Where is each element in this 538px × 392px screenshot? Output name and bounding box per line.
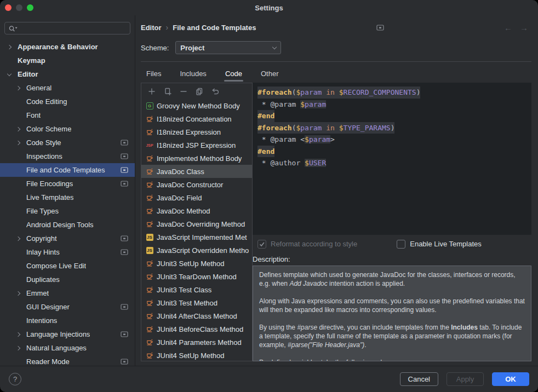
- sidebar-item-editor[interactable]: Editor: [0, 67, 135, 81]
- scheme-select[interactable]: Project: [175, 41, 281, 54]
- sidebar-item-gui-designer[interactable]: GUI Designer: [0, 300, 135, 314]
- sidebar-item-label: Color Scheme: [26, 125, 71, 133]
- sidebar-item-emmet[interactable]: Emmet: [0, 286, 135, 300]
- sidebar-item-copyright[interactable]: Copyright: [0, 232, 135, 245]
- create-child-template-icon[interactable]: [163, 87, 172, 96]
- chevron-down-icon[interactable]: [7, 71, 12, 76]
- sidebar-item-label: Inlay Hints: [26, 248, 60, 256]
- sidebar-item-file-encodings[interactable]: File Encodings: [0, 177, 135, 191]
- sidebar-item-label: Natural Languages: [26, 344, 87, 352]
- sidebar-item-label: Editor: [18, 70, 38, 78]
- code-line: * @param <$param>: [257, 134, 531, 146]
- template-item-junit3-setup-method[interactable]: JUnit3 SetUp Method: [141, 257, 252, 270]
- template-item-javadoc-method[interactable]: JavaDoc Method: [141, 204, 252, 217]
- java-class-icon: [146, 154, 153, 162]
- sidebar-item-label: Inspections: [26, 152, 62, 160]
- sidebar-item-reader-mode[interactable]: Reader Mode: [0, 355, 135, 366]
- template-item-junit4-setup-method[interactable]: JUnit4 SetUp Method: [141, 349, 252, 361]
- monitor-icon: [121, 235, 128, 241]
- template-item-i18nized-expression[interactable]: I18nized Expression: [141, 125, 252, 139]
- sidebar-item-android-design-tools[interactable]: Android Design Tools: [0, 218, 135, 232]
- sidebar-item-natural-languages[interactable]: Natural Languages: [0, 341, 135, 355]
- copy-template-icon[interactable]: [195, 87, 204, 96]
- sidebar-item-color-scheme[interactable]: Color Scheme: [0, 122, 135, 136]
- tab-includes[interactable]: Includes: [179, 66, 207, 83]
- template-item-junit3-teardown-method[interactable]: JUnit3 TearDown Method: [141, 270, 252, 283]
- sidebar-item-general[interactable]: General: [0, 81, 135, 95]
- sidebar-item-inspections[interactable]: Inspections: [0, 149, 135, 163]
- back-icon[interactable]: ←: [504, 23, 512, 32]
- template-item-label: JUnit4 Parameters Method: [157, 338, 242, 347]
- cancel-button[interactable]: Cancel: [400, 372, 438, 386]
- add-template-icon[interactable]: [147, 87, 156, 96]
- template-item-junit4-afterclass-method[interactable]: JUnit4 AfterClass Method: [141, 309, 252, 322]
- search-field[interactable]: [4, 22, 130, 34]
- template-item-i18nized-concatenation[interactable]: I18nized Concatenation: [141, 112, 252, 125]
- checkbox-unchecked-icon: [397, 240, 405, 249]
- template-item-javadoc-class[interactable]: JavaDoc Class: [141, 165, 252, 178]
- sidebar-item-intentions[interactable]: Intentions: [0, 314, 135, 327]
- chevron-right-icon[interactable]: [16, 291, 20, 295]
- template-item-javadoc-overriding-method[interactable]: JavaDoc Overriding Method: [141, 217, 252, 230]
- help-button[interactable]: ?: [9, 373, 21, 385]
- chevron-right-icon[interactable]: [16, 236, 20, 240]
- apply-button[interactable]: Apply: [447, 372, 484, 386]
- ok-button[interactable]: OK: [492, 372, 529, 386]
- java-class-icon: [146, 260, 153, 267]
- reformat-checkbox[interactable]: Reformat according to style: [257, 240, 357, 249]
- tab-files[interactable]: Files: [145, 66, 162, 83]
- sidebar-item-inlay-hints[interactable]: Inlay Hints: [0, 245, 135, 259]
- sidebar-item-code-editing[interactable]: Code Editing: [0, 95, 135, 108]
- sidebar-item-appearance-behavior[interactable]: Appearance & Behavior: [0, 40, 135, 54]
- chevron-right-icon[interactable]: [16, 345, 20, 350]
- tab-other[interactable]: Other: [260, 66, 280, 83]
- search-input[interactable]: [19, 24, 127, 32]
- chevron-right-icon[interactable]: [16, 332, 20, 336]
- javascript-icon: JS: [146, 246, 153, 254]
- template-item-implemented-method-body[interactable]: Implemented Method Body: [141, 152, 252, 165]
- template-item-junit3-test-method[interactable]: JUnit3 Test Method: [141, 296, 252, 309]
- breadcrumb-editor[interactable]: Editor: [141, 24, 162, 32]
- sidebar-item-duplicates[interactable]: Duplicates: [0, 273, 135, 286]
- sidebar-item-file-types[interactable]: File Types: [0, 204, 135, 218]
- monitor-icon: [121, 167, 128, 173]
- java-class-icon: [146, 273, 153, 280]
- sidebar-item-language-injections[interactable]: Language Injections: [0, 327, 135, 341]
- template-editor[interactable]: #foreach($param in $RECORD_COMPONENTS) *…: [253, 83, 531, 235]
- template-item-junit4-parameters-method[interactable]: JUnit4 Parameters Method: [141, 336, 252, 349]
- footer-bar: ? Cancel Apply OK: [0, 366, 538, 392]
- template-item-junit4-beforeclass-method[interactable]: JUnit4 BeforeClass Method: [141, 322, 252, 336]
- live-templates-checkbox[interactable]: Enable Live Templates: [397, 240, 482, 249]
- template-item-i18nized-jsp-expression[interactable]: JSPI18nized JSP Expression: [141, 139, 252, 152]
- template-item-label: JavaDoc Constructor: [157, 181, 223, 189]
- chevron-right-icon[interactable]: [16, 85, 20, 90]
- sidebar-item-keymap[interactable]: Keymap: [0, 54, 135, 67]
- template-variable: $param: [296, 124, 322, 132]
- tab-code[interactable]: Code: [224, 66, 243, 83]
- forward-icon[interactable]: →: [520, 23, 528, 32]
- settings-window: Settings Appearance & BehaviorKeymapEdit…: [0, 0, 538, 392]
- template-item-label: JUnit3 SetUp Method: [157, 260, 225, 268]
- template-item-groovy-new-method-body[interactable]: GGroovy New Method Body: [141, 99, 252, 112]
- template-item-junit3-test-class[interactable]: JUnit3 Test Class: [141, 283, 252, 296]
- monitor-icon: [121, 331, 128, 337]
- sidebar-item-live-templates[interactable]: Live Templates: [0, 191, 135, 204]
- template-item-javadoc-field[interactable]: JavaDoc Field: [141, 191, 252, 204]
- chevron-right-icon[interactable]: [7, 44, 12, 49]
- chevron-right-icon[interactable]: [16, 140, 20, 145]
- sidebar-item-font[interactable]: Font: [0, 108, 135, 122]
- sidebar-item-compose-live-edit[interactable]: Compose Live Edit: [0, 259, 135, 273]
- template-item-javascript-overridden-metho[interactable]: JSJavaScript Overridden Metho: [141, 244, 252, 257]
- search-icon: [8, 25, 18, 32]
- reset-to-default-icon[interactable]: [211, 87, 220, 96]
- chevron-right-icon[interactable]: [16, 126, 20, 131]
- sidebar-item-code-style[interactable]: Code Style: [0, 136, 135, 149]
- remove-template-icon[interactable]: [179, 87, 188, 96]
- window-title: Settings: [0, 4, 538, 12]
- template-variable: $RECORD_COMPONENTS: [339, 88, 416, 96]
- template-item-label: JavaScript Implemented Met: [157, 233, 247, 241]
- template-item-javadoc-constructor[interactable]: JavaDoc Constructor: [141, 178, 252, 191]
- template-item-javascript-implemented-met[interactable]: JSJavaScript Implemented Met: [141, 230, 252, 244]
- description-box: Defines template which used to generate …: [253, 266, 531, 361]
- sidebar-item-file-and-code-templates[interactable]: File and Code Templates: [0, 163, 135, 177]
